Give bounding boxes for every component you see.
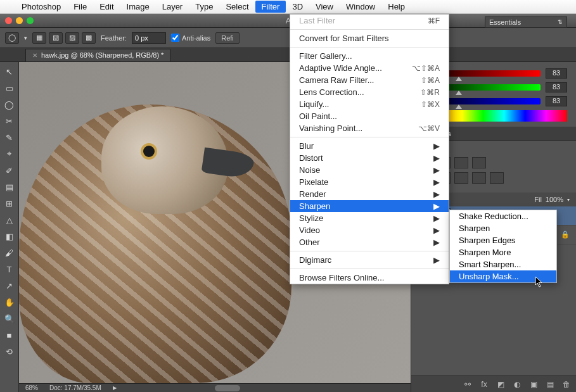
bw-adjust-icon[interactable] <box>454 172 468 184</box>
menu-image[interactable]: Image <box>120 1 156 13</box>
menu-help[interactable]: Help <box>381 1 411 13</box>
fx-icon[interactable]: fx <box>478 379 490 389</box>
lasso-tool-icon[interactable]: ◯ <box>2 98 17 111</box>
filter-distort[interactable]: Distort▶ <box>290 152 449 164</box>
menu-view[interactable]: View <box>309 1 340 13</box>
menu-select[interactable]: Select <box>219 1 255 13</box>
filter-browse-online[interactable]: Browse Filters Online... <box>290 272 449 284</box>
path-tool-icon[interactable]: T <box>2 262 17 276</box>
chevron-down-icon[interactable]: ▾ <box>24 35 27 41</box>
zoom-level[interactable]: 68% <box>25 384 38 391</box>
filter-pixelate[interactable]: Pixelate▶ <box>290 176 449 188</box>
menu-3d[interactable]: 3D <box>286 1 309 13</box>
filter-lens-correction[interactable]: Lens Correction...⇧⌘R <box>290 86 449 98</box>
filter-blur[interactable]: Blur▶ <box>290 140 449 152</box>
exposure-adjust-icon[interactable] <box>472 157 486 168</box>
channel-mixer-icon[interactable] <box>490 172 504 184</box>
menu-layer[interactable]: Layer <box>156 1 189 13</box>
antialias-checkbox[interactable]: Anti-alias <box>171 34 210 42</box>
stamp-tool-icon[interactable]: ▤ <box>2 180 17 194</box>
filter-last: Last Filter⌘F <box>290 15 449 27</box>
marquee-tool-icon[interactable]: ▭ <box>2 81 17 95</box>
new-layer-icon[interactable]: ▤ <box>544 379 556 389</box>
menu-filter[interactable]: Filter <box>255 1 286 13</box>
horizontal-scrollbar-thumb[interactable] <box>215 385 240 391</box>
mask-icon[interactable]: ◩ <box>495 379 506 389</box>
close-window-button[interactable] <box>5 17 12 24</box>
feather-label: Feather: <box>101 34 127 42</box>
document-tab[interactable]: ✕ hawk.jpg @ 68% (Sharpened, RGB/8) * <box>25 49 170 61</box>
subtract-selection-icon[interactable]: ▨ <box>65 32 79 44</box>
intersect-selection-icon[interactable]: ▩ <box>82 32 96 44</box>
sharpen-unsharp-mask[interactable]: Unsharp Mask... <box>450 270 556 282</box>
sharpen-shake-reduction[interactable]: Shake Reduction... <box>450 210 556 222</box>
screenmode-tool-icon[interactable]: ⟲ <box>2 345 17 358</box>
status-bar: 68% Doc: 17.7M/35.5M ▶ <box>19 383 411 392</box>
pen-tool-icon[interactable]: ◧ <box>2 229 17 243</box>
zoom-tool-icon[interactable]: 🔍 <box>2 312 17 326</box>
photo-filter-icon[interactable] <box>472 172 486 184</box>
move-tool-icon[interactable]: ↖ <box>2 65 17 79</box>
shape-tool-icon[interactable]: ↗ <box>2 279 17 293</box>
feather-input[interactable] <box>132 32 166 44</box>
sharpen-smart[interactable]: Smart Sharpen... <box>450 258 556 270</box>
blue-value[interactable]: 83 <box>546 96 567 106</box>
workspace-selector[interactable]: Essentials ⇅ <box>485 16 567 28</box>
fill-value[interactable]: 100% <box>546 196 563 203</box>
menu-edit[interactable]: Edit <box>93 1 120 13</box>
menu-file[interactable]: File <box>67 1 93 13</box>
crop-tool-icon[interactable]: ✂ <box>2 114 17 128</box>
close-tab-icon[interactable]: ✕ <box>32 52 37 59</box>
tool-preset-icon[interactable]: ◯ <box>5 32 19 44</box>
options-bar: ◯ ▾ ▦ ▧ ▨ ▩ Feather: Anti-alias Refi <box>0 28 576 48</box>
chevron-right-icon[interactable]: ▶ <box>113 385 117 391</box>
filter-convert-smart[interactable]: Convert for Smart Filters <box>290 32 449 44</box>
hand-tool-icon[interactable]: ✋ <box>2 295 17 309</box>
filter-vanishing-point[interactable]: Vanishing Point...⌥⌘V <box>290 122 449 134</box>
filter-stylize[interactable]: Stylize▶ <box>290 212 449 224</box>
sharpen-submenu: Shake Reduction... Sharpen Sharpen Edges… <box>449 210 557 283</box>
filter-video[interactable]: Video▶ <box>290 224 449 236</box>
green-value[interactable]: 83 <box>546 82 567 92</box>
filter-adaptive-wide-angle[interactable]: Adaptive Wide Angle...⌥⇧⌘A <box>290 62 449 74</box>
minimize-window-button[interactable] <box>16 17 23 24</box>
curves-adjust-icon[interactable] <box>454 157 468 168</box>
new-selection-icon[interactable]: ▦ <box>32 32 46 44</box>
group-icon[interactable]: ▣ <box>528 379 539 389</box>
red-value[interactable]: 83 <box>546 68 567 79</box>
maximize-window-button[interactable] <box>27 17 34 24</box>
sharpen-edges[interactable]: Sharpen Edges <box>450 234 556 246</box>
fill-label: Fil <box>534 196 542 203</box>
sharpen-sharpen[interactable]: Sharpen <box>450 222 556 234</box>
link-layers-icon[interactable]: ⚯ <box>462 379 473 389</box>
healing-tool-icon[interactable]: ⌖ <box>2 147 17 161</box>
filter-camera-raw[interactable]: Camera Raw Filter...⇧⌘A <box>290 74 449 86</box>
filter-gallery[interactable]: Filter Gallery... <box>290 50 449 62</box>
dodge-tool-icon[interactable]: △ <box>2 213 17 227</box>
filter-digimarc[interactable]: Digimarc▶ <box>290 254 449 266</box>
menu-photoshop[interactable]: Photoshop <box>15 1 67 13</box>
filter-liquify[interactable]: Liquify...⇧⌘X <box>290 98 449 110</box>
eyedropper-tool-icon[interactable]: ✎ <box>2 130 17 144</box>
adjustment-layer-icon[interactable]: ◐ <box>511 379 523 389</box>
menu-window[interactable]: Window <box>340 1 381 13</box>
filter-oil-paint[interactable]: Oil Paint... <box>290 110 449 122</box>
doc-info[interactable]: Doc: 17.7M/35.5M <box>49 384 101 391</box>
filter-render[interactable]: Render▶ <box>290 188 449 200</box>
trash-icon[interactable]: 🗑 <box>561 379 572 389</box>
refine-edge-button[interactable]: Refi <box>215 32 240 44</box>
image-content-head <box>101 106 228 214</box>
filter-other[interactable]: Other▶ <box>290 236 449 248</box>
gradient-tool-icon[interactable]: ⊞ <box>2 196 17 210</box>
menu-type[interactable]: Type <box>189 1 219 13</box>
filter-noise[interactable]: Noise▶ <box>290 164 449 176</box>
filter-sharpen[interactable]: Sharpen▶ <box>290 200 449 212</box>
swatch-tool-icon[interactable]: ■ <box>2 328 17 342</box>
brush-tool-icon[interactable]: ✐ <box>2 163 17 177</box>
add-selection-icon[interactable]: ▧ <box>49 32 63 44</box>
type-tool-icon[interactable]: 🖌 <box>2 246 17 260</box>
mac-menubar: Photoshop File Edit Image Layer Type Sel… <box>0 0 576 14</box>
chevron-down-icon[interactable]: ▾ <box>567 197 570 203</box>
antialias-check-input[interactable] <box>171 34 179 42</box>
sharpen-more[interactable]: Sharpen More <box>450 246 556 258</box>
